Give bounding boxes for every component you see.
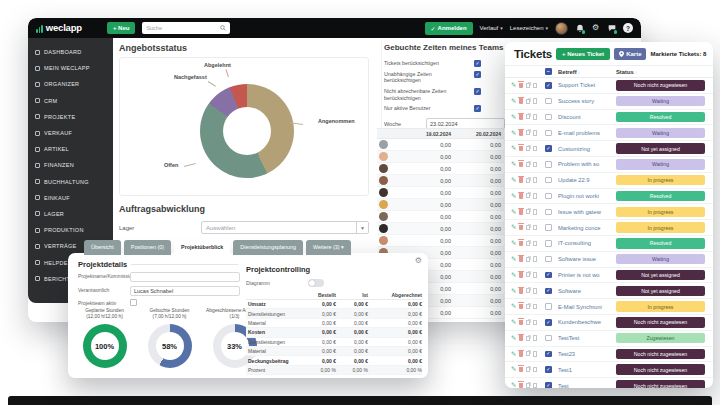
delete-icon[interactable] [519,162,524,168]
date-column-header[interactable]: 19.02.2024 [391,131,454,137]
ticket-subject-link[interactable]: Software issue [558,256,616,262]
delete-icon[interactable] [519,98,524,104]
ticket-checkbox[interactable]: ✓ [545,288,552,295]
ticket-row[interactable]: ✎ ✓ Test Noch nicht zugewiesen [505,378,713,388]
ticket-checkbox[interactable]: ✓ [545,161,552,168]
responsible-input[interactable] [130,286,240,296]
team-row[interactable]: 0,00 0,00 [377,199,504,211]
edit-icon[interactable]: ✎ [511,319,516,326]
sidebar-item[interactable]: PROJEKTE [28,109,113,125]
ticket-subject-link[interactable]: Kundenbeschwe [558,319,616,325]
ticket-checkbox[interactable]: ✓ [545,319,552,326]
date-column-header[interactable]: 20.02.2024 [454,131,504,137]
edit-icon[interactable]: ✎ [511,288,516,295]
copy-icon[interactable] [526,162,531,167]
ticket-checkbox[interactable]: ✓ [545,240,552,247]
note-icon[interactable] [533,146,538,152]
copy-icon[interactable] [526,114,531,119]
ticket-subject-link[interactable]: Customizing [558,146,616,152]
copy-icon[interactable] [526,241,531,246]
ticket-checkbox[interactable]: ✓ [545,177,552,184]
ticket-row[interactable]: ✎ ✓ Support Ticket Noch nicht zugewiesen [505,78,713,94]
project-tab[interactable]: Übersicht [84,240,121,255]
ticket-row[interactable]: ✎ ✓ Issue with gatew In progress [505,204,713,220]
copy-icon[interactable] [526,320,531,325]
ticket-row[interactable]: ✎ ✓ Plugin not worki Resolved [505,189,713,205]
ticket-row[interactable]: ✎ ✓ Test23 Noch nicht zugewiesen [505,347,713,363]
delete-icon[interactable] [519,351,524,357]
ticket-subject-link[interactable]: E-Mail Synchroni [558,304,616,310]
note-icon[interactable] [533,256,538,262]
copy-icon[interactable] [526,383,531,388]
edit-icon[interactable]: ✎ [511,98,516,105]
copy-icon[interactable] [526,288,531,293]
ticket-row[interactable]: ✎ ✓ Printer is not wo Not yet assigned [505,268,713,284]
note-icon[interactable] [533,177,538,183]
ticket-subject-link[interactable]: Success story [558,98,616,104]
project-tab[interactable]: Dienstleistungsplanung [233,240,303,255]
delete-icon[interactable] [519,383,524,388]
ticket-row[interactable]: ✎ ✓ IT-consulting Resolved [505,236,713,252]
delete-icon[interactable] [519,83,524,89]
copy-icon[interactable] [526,304,531,309]
team-row[interactable]: 0,00 0,00 [377,151,504,163]
projektteam-checkbox[interactable]: ✓ [130,299,137,306]
sidebar-item[interactable]: LAGER [28,206,113,222]
copy-icon[interactable] [526,130,531,135]
sidebar-item[interactable]: BUCHHALTUNG [28,174,113,190]
delete-icon[interactable] [519,114,524,120]
ticket-row[interactable]: ✎ ✓ Problem with so Waiting [505,157,713,173]
ticket-subject-link[interactable]: Support Ticket [558,82,616,88]
ticket-row[interactable]: ✎ ✓ Discount Resolved [505,110,713,126]
ticket-checkbox[interactable]: ✓ [545,351,552,358]
ticket-subject-link[interactable]: Issue with gatew [558,209,616,215]
user-avatar[interactable] [555,22,568,35]
ticket-row[interactable]: ✎ ✓ Software Not yet assigned [505,283,713,299]
edit-icon[interactable]: ✎ [511,256,516,263]
sidebar-item[interactable]: MEIN WECLAPP [28,60,113,76]
copy-icon[interactable] [526,272,531,277]
note-icon[interactable] [533,383,538,388]
sidebar-item[interactable]: ARTIKEL [28,141,113,157]
delete-icon[interactable] [519,272,524,278]
ticket-checkbox[interactable]: ✓ [545,224,552,231]
note-icon[interactable] [533,98,538,104]
settings-gear-icon[interactable]: ⚙ [591,24,600,33]
copy-icon[interactable] [526,193,531,198]
delete-icon[interactable] [519,209,524,215]
edit-icon[interactable]: ✎ [511,193,516,200]
ticket-checkbox[interactable]: ✓ [545,209,552,216]
settings-gear-icon[interactable]: ⚙ [415,257,422,265]
note-icon[interactable] [533,367,538,373]
edit-icon[interactable]: ✎ [511,335,516,342]
global-search-input[interactable] [146,25,217,31]
project-name-input[interactable] [130,272,240,282]
delete-icon[interactable] [519,146,524,152]
karte-button[interactable]: Karte [614,48,646,60]
copy-icon[interactable] [526,83,531,88]
ticket-checkbox[interactable]: ✓ [545,145,552,152]
help-button[interactable]: ? [623,23,633,33]
feedback-icon[interactable] [607,24,616,33]
project-tab[interactable]: Positionen (0) [124,240,171,255]
ticket-subject-link[interactable]: Marketing conce [558,225,616,231]
ticket-checkbox[interactable]: ✓ [545,130,552,137]
note-icon[interactable] [533,130,538,136]
delete-icon[interactable] [519,241,524,247]
note-icon[interactable] [533,241,538,247]
note-icon[interactable] [533,225,538,231]
ticket-checkbox[interactable]: ✓ [545,272,552,279]
note-icon[interactable] [533,83,538,89]
sidebar-item[interactable]: PRODUKTION [28,222,113,238]
team-row[interactable]: 0,00 0,00 [377,175,504,187]
note-icon[interactable] [533,335,538,341]
ticket-checkbox[interactable]: ✓ [545,303,552,310]
ticket-row[interactable]: ✎ ✓ Success story Waiting [505,94,713,110]
note-icon[interactable] [533,351,538,357]
betreff-column-header[interactable]: Betreff↕ [558,69,616,75]
ticket-row[interactable]: ✎ ✓ Software issue Waiting [505,252,713,268]
delete-icon[interactable] [519,335,524,341]
ticket-checkbox[interactable]: ✓ [545,98,552,105]
edit-icon[interactable]: ✎ [511,224,516,231]
team-row[interactable]: 0,00 0,00 [377,139,504,151]
